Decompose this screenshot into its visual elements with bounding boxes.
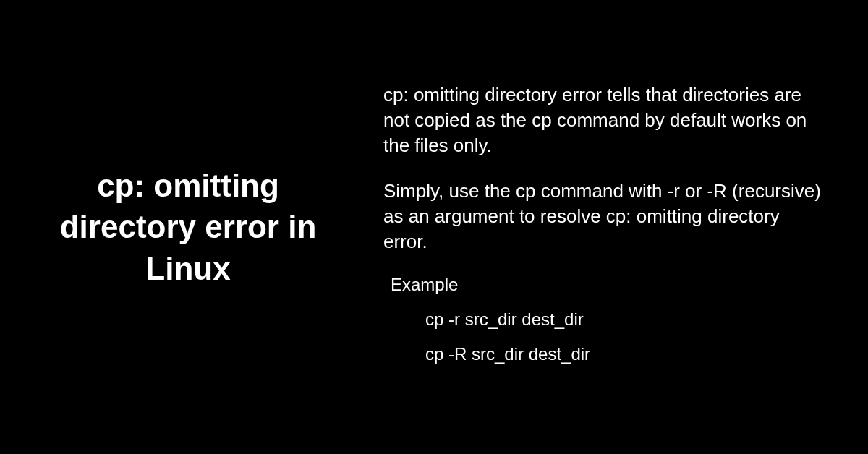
left-column: cp: omitting directory error in Linux xyxy=(0,165,354,289)
example-command-2: cp -R src_dir dest_dir xyxy=(425,344,825,364)
description-paragraph-2: Simply, use the cp command with -r or -R… xyxy=(383,179,825,254)
example-label: Example xyxy=(391,275,825,295)
right-column: cp: omitting directory error tells that … xyxy=(354,75,868,380)
page-title: cp: omitting directory error in Linux xyxy=(43,165,333,289)
example-command-1: cp -r src_dir dest_dir xyxy=(425,309,825,330)
description-paragraph-1: cp: omitting directory error tells that … xyxy=(383,82,825,158)
